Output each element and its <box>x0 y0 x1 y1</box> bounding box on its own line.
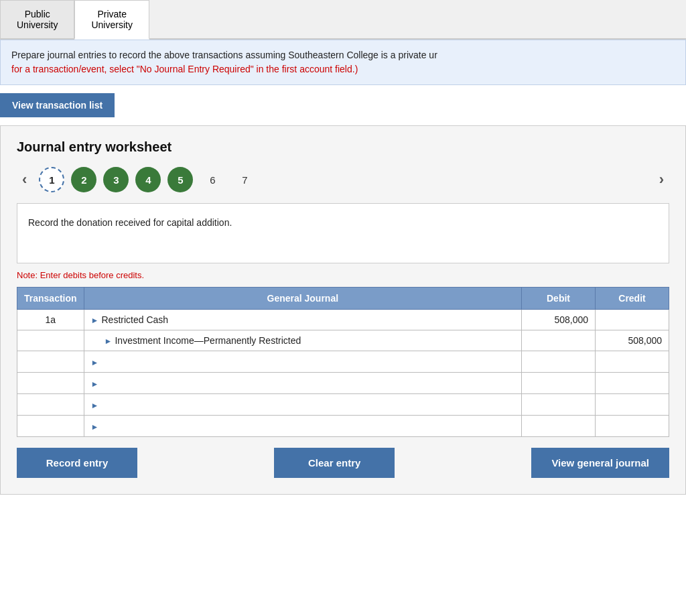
account-label: Investment Income—Permanently Restricted <box>115 335 301 346</box>
account-cell[interactable]: ► <box>84 416 521 437</box>
info-red-text: for a transaction/event, select "No Jour… <box>11 64 358 74</box>
account-cell[interactable]: ► <box>84 351 521 373</box>
transaction-cell <box>17 416 84 437</box>
col-general-journal: General Journal <box>84 288 521 310</box>
tabs-bar: Public University Private University <box>0 0 686 40</box>
bottom-buttons: Record entry Clear entry View general jo… <box>17 448 669 478</box>
debit-cell[interactable] <box>522 394 596 416</box>
record-entry-button[interactable]: Record entry <box>17 448 137 478</box>
account-cell[interactable]: ►Investment Income—Permanently Restricte… <box>84 330 521 351</box>
row-arrow-icon: ► <box>91 358 99 367</box>
credit-cell[interactable] <box>596 394 669 416</box>
step-5-label: 5 <box>178 174 183 186</box>
note-span: Note: Enter debits before credits. <box>17 270 144 280</box>
col-transaction: Transaction <box>17 288 84 310</box>
worksheet-title: Journal entry worksheet <box>17 139 669 155</box>
account-label: Restricted Cash <box>101 314 168 325</box>
table-row: ► <box>17 416 669 437</box>
credit-cell[interactable]: 508,000 <box>596 330 669 351</box>
note-text: Note: Enter debits before credits. <box>17 270 669 280</box>
debit-cell[interactable] <box>522 351 596 373</box>
credit-cell[interactable] <box>596 373 669 394</box>
table-row: ►Investment Income—Permanently Restricte… <box>17 330 669 351</box>
step-4-label: 4 <box>145 174 151 186</box>
debit-cell[interactable] <box>522 373 596 394</box>
view-general-journal-button[interactable]: View general journal <box>531 448 669 478</box>
table-row: ► <box>17 373 669 394</box>
view-transaction-button[interactable]: View transaction list <box>0 93 115 117</box>
table-row: ► <box>17 351 669 373</box>
info-main-text: Prepare journal entries to record the ab… <box>11 50 437 60</box>
table-row: ► <box>17 394 669 416</box>
clear-entry-button[interactable]: Clear entry <box>274 448 395 478</box>
credit-cell[interactable] <box>596 351 669 373</box>
transaction-cell <box>17 394 84 416</box>
row-arrow-icon: ► <box>91 401 99 410</box>
step-3-button[interactable]: 3 <box>103 167 129 192</box>
buttons-row: Record entry Clear entry View general jo… <box>17 448 669 478</box>
credit-cell[interactable] <box>596 416 669 437</box>
transaction-cell <box>17 351 84 373</box>
row-arrow-icon: ► <box>105 336 113 346</box>
account-cell[interactable]: ►Restricted Cash <box>84 310 521 330</box>
col-debit: Debit <box>522 288 596 310</box>
step-4-button[interactable]: 4 <box>135 167 161 192</box>
tab-private[interactable]: Private University <box>74 0 149 40</box>
worksheet-panel: Journal entry worksheet ‹ 1 2 3 4 5 6 7 <box>0 125 686 495</box>
tab-public[interactable]: Public University <box>0 0 74 38</box>
step-5-button[interactable]: 5 <box>167 167 193 192</box>
row-arrow-icon: ► <box>91 379 99 389</box>
table-row: 1a ►Restricted Cash 508,000 <box>17 310 669 330</box>
col-credit: Credit <box>596 288 669 310</box>
transaction-cell <box>17 373 84 394</box>
info-banner: Prepare journal entries to record the ab… <box>0 40 686 85</box>
step-3-label: 3 <box>113 174 119 186</box>
debit-cell[interactable] <box>522 416 596 437</box>
step-7-label: 7 <box>242 174 247 186</box>
account-cell[interactable]: ► <box>84 394 521 416</box>
step-7-button[interactable]: 7 <box>232 167 257 192</box>
step-2-button[interactable]: 2 <box>71 167 96 192</box>
description-text: Record the donation received for capital… <box>28 217 232 228</box>
transaction-cell: 1a <box>17 310 84 330</box>
step-6-button[interactable]: 6 <box>200 167 225 192</box>
row-arrow-icon: ► <box>91 422 99 432</box>
steps-nav: ‹ 1 2 3 4 5 6 7 › <box>17 167 669 192</box>
debit-cell[interactable]: 508,000 <box>522 310 596 330</box>
description-box: Record the donation received for capital… <box>17 203 669 263</box>
step-1-button[interactable]: 1 <box>39 167 64 192</box>
step-1-label: 1 <box>49 174 54 186</box>
step-2-label: 2 <box>81 174 86 186</box>
journal-table: Transaction General Journal Debit Credit… <box>17 287 669 437</box>
account-cell[interactable]: ► <box>84 373 521 394</box>
credit-cell[interactable] <box>596 310 669 330</box>
step-6-label: 6 <box>210 174 215 186</box>
tab-private-label: Private University <box>91 9 132 30</box>
transaction-cell <box>17 330 84 351</box>
debit-cell[interactable] <box>522 330 596 351</box>
row-arrow-icon: ► <box>91 316 99 325</box>
prev-step-button[interactable]: ‹ <box>17 168 32 191</box>
next-step-button[interactable]: › <box>654 168 669 191</box>
tab-public-label: Public University <box>17 9 58 30</box>
